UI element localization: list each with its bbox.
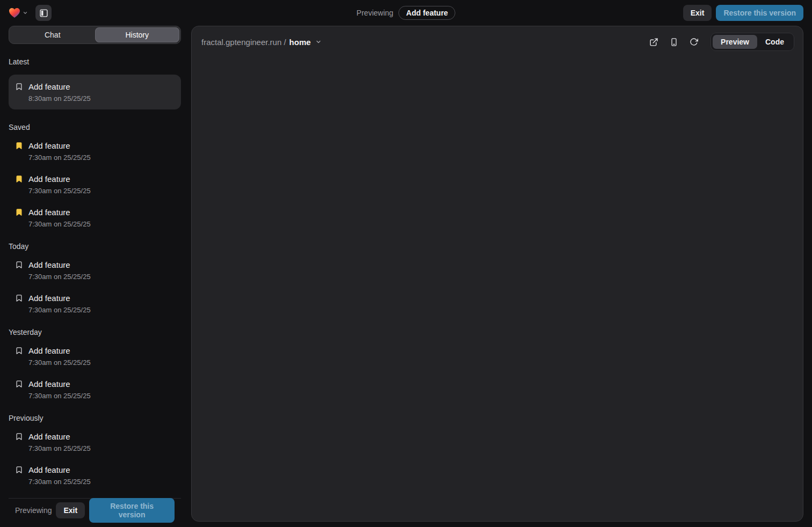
exit-button[interactable]: Exit bbox=[56, 502, 85, 518]
history-sidebar: Chat History LatestAdd feature8:30am on … bbox=[9, 26, 181, 522]
preview-url-selector[interactable]: fractal.gptengineer.run / home bbox=[201, 38, 322, 47]
history-item-title: Add feature bbox=[28, 378, 91, 390]
history-item-timestamp: 7:30am on 25/25/25 bbox=[28, 477, 91, 486]
tab-history[interactable]: History bbox=[95, 27, 180, 42]
tab-chat[interactable]: Chat bbox=[10, 27, 95, 42]
bookmark-outline-icon bbox=[15, 380, 23, 388]
preview-code-toggle: Preview Code bbox=[711, 33, 794, 51]
exit-button[interactable]: Exit bbox=[683, 5, 712, 21]
history-item-title: Add feature bbox=[28, 140, 91, 151]
history-item[interactable]: Add feature7:30am on 25/25/25 bbox=[9, 378, 181, 400]
refresh-icon bbox=[690, 38, 698, 46]
sidebar-toggle-button[interactable] bbox=[35, 5, 52, 21]
smartphone-icon bbox=[670, 38, 678, 47]
mobile-view-button[interactable] bbox=[670, 38, 678, 47]
history-item-timestamp: 7:30am on 25/25/25 bbox=[28, 186, 91, 195]
external-link-icon bbox=[649, 38, 658, 47]
history-item-timestamp: 8:30am on 25/25/25 bbox=[28, 94, 91, 103]
history-item-timestamp: 7:30am on 25/25/25 bbox=[28, 219, 91, 229]
chevron-down-icon bbox=[315, 39, 322, 45]
previewing-status-label: Previewing bbox=[357, 9, 393, 17]
history-item-title: Add feature bbox=[28, 464, 91, 475]
restore-version-button[interactable]: Restore this version bbox=[89, 498, 175, 523]
preview-panel-header: fractal.gptengineer.run / home bbox=[192, 26, 803, 57]
history-section-label: Today bbox=[9, 242, 181, 251]
topbar: Previewing Add feature Exit Restore this… bbox=[0, 0, 812, 26]
panel-left-icon bbox=[39, 9, 48, 18]
bookmark-outline-icon bbox=[15, 347, 23, 355]
history-item[interactable]: Add feature7:30am on 25/25/25 bbox=[9, 431, 181, 453]
history-section-label: Saved bbox=[9, 123, 181, 131]
history-item-timestamp: 7:30am on 25/25/25 bbox=[28, 444, 91, 453]
bookmark-filled-icon bbox=[15, 142, 23, 150]
history-item-timestamp: 7:30am on 25/25/25 bbox=[28, 272, 91, 281]
history-item-title: Add feature bbox=[28, 292, 91, 304]
bookmark-outline-icon bbox=[15, 261, 23, 269]
open-in-new-tab-button[interactable] bbox=[649, 38, 658, 47]
history-item-timestamp: 7:30am on 25/25/25 bbox=[28, 391, 91, 400]
heart-gradient-icon bbox=[9, 8, 20, 18]
history-item-title: Add feature bbox=[28, 173, 91, 185]
history-item[interactable]: Add feature7:30am on 25/25/25 bbox=[9, 464, 181, 486]
history-item[interactable]: Add feature7:30am on 25/25/25 bbox=[9, 173, 181, 195]
sidebar-footer: Previewing Exit Restore this version bbox=[9, 498, 181, 522]
bookmark-outline-icon bbox=[15, 83, 23, 91]
history-item-timestamp: 7:30am on 25/25/25 bbox=[28, 153, 91, 162]
history-item[interactable]: Add feature7:30am on 25/25/25 bbox=[9, 207, 181, 229]
history-item[interactable]: Add feature7:30am on 25/25/25 bbox=[9, 292, 181, 314]
preview-panel: fractal.gptengineer.run / home bbox=[191, 26, 803, 522]
history-item-title: Add feature bbox=[28, 345, 91, 356]
history-item-title: Add feature bbox=[28, 431, 91, 442]
bookmark-filled-icon bbox=[15, 208, 23, 216]
history-item-title: Add feature bbox=[28, 259, 91, 270]
bookmark-outline-icon bbox=[15, 433, 23, 441]
sidebar-tabs: Chat History bbox=[9, 26, 181, 44]
history-item[interactable]: Add feature8:30am on 25/25/25 bbox=[9, 75, 181, 109]
history-section-label: Latest bbox=[9, 57, 181, 66]
preview-url-page: home bbox=[289, 38, 311, 47]
history-section-label: Previously bbox=[9, 414, 181, 422]
history-item[interactable]: Add feature7:30am on 25/25/25 bbox=[9, 345, 181, 367]
history-item-timestamp: 7:30am on 25/25/25 bbox=[28, 305, 91, 314]
bookmark-outline-icon bbox=[15, 466, 23, 474]
chevron-down-icon bbox=[23, 10, 28, 16]
history-item-title: Add feature bbox=[28, 207, 91, 218]
history-item-timestamp: 7:30am on 25/25/25 bbox=[28, 358, 91, 367]
version-badge[interactable]: Add feature bbox=[398, 6, 455, 20]
bookmark-filled-icon bbox=[15, 175, 23, 183]
history-list: LatestAdd feature8:30am on 25/25/25Saved… bbox=[9, 44, 181, 498]
app-logo-menu[interactable] bbox=[9, 8, 28, 18]
previewing-status-label: Previewing bbox=[15, 506, 52, 515]
preview-viewport bbox=[192, 57, 803, 521]
history-item[interactable]: Add feature7:30am on 25/25/25 bbox=[9, 259, 181, 281]
history-item[interactable]: Add feature7:30am on 25/25/25 bbox=[9, 140, 181, 162]
restore-version-button[interactable]: Restore this version bbox=[716, 5, 803, 21]
refresh-button[interactable] bbox=[690, 38, 698, 46]
bookmark-outline-icon bbox=[15, 294, 23, 302]
preview-url-prefix: fractal.gptengineer.run / bbox=[201, 38, 286, 47]
toggle-preview[interactable]: Preview bbox=[713, 35, 757, 49]
toggle-code[interactable]: Code bbox=[757, 35, 792, 49]
history-section-label: Yesterday bbox=[9, 328, 181, 336]
history-item-title: Add feature bbox=[28, 81, 91, 92]
